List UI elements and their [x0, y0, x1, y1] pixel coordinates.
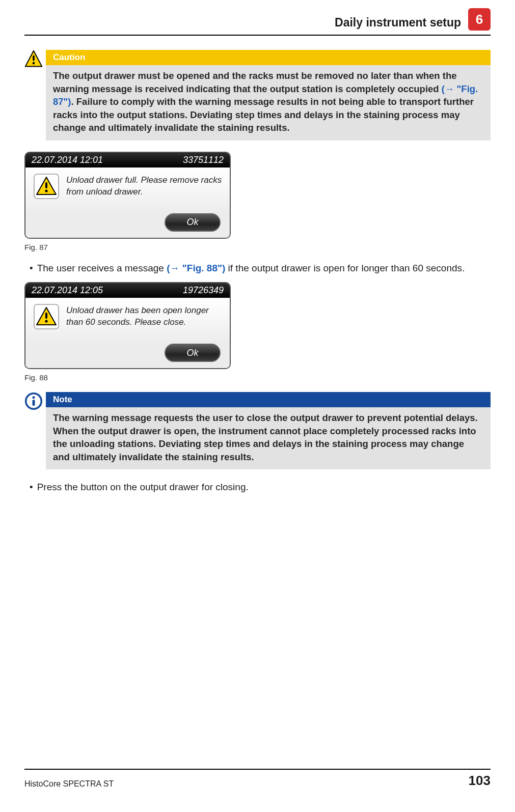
caution-body: The output drawer must be opened and the…	[46, 65, 491, 141]
note-icon	[24, 392, 46, 412]
dialog87-timestamp: 22.07.2014 12:01	[32, 155, 103, 165]
caution-icon	[24, 50, 46, 68]
dialog87-message: Unload drawer full. Please remove racks …	[66, 174, 223, 208]
dialog88-code: 19726349	[183, 285, 224, 296]
caution-box: Caution The output drawer must be opened…	[24, 50, 491, 141]
bullet-msg-60s: The user receives a message (→ "Fig. 88"…	[30, 262, 491, 275]
section-title: Daily instrument setup	[335, 16, 461, 30]
bullet-press-button: Press the button on the output drawer fo…	[30, 481, 491, 494]
bullet1-post: if the output drawer is open for longer …	[225, 263, 465, 273]
dialog88-timestamp: 22.07.2014 12:05	[32, 285, 103, 296]
dialog88-titlebar: 22.07.2014 12:05 19726349	[25, 283, 230, 298]
svg-rect-13	[32, 400, 35, 406]
svg-point-6	[45, 189, 47, 192]
svg-rect-5	[45, 182, 47, 188]
caution-text-post: . Failure to comply with the warning mes…	[53, 96, 474, 133]
caution-text-pre: The output drawer must be opened and the…	[53, 70, 457, 94]
warning-icon	[33, 174, 60, 208]
note-body: The warning message requests the user to…	[46, 407, 491, 469]
note-title: Note	[46, 392, 491, 407]
fig87-caption: Fig. 87	[24, 243, 491, 251]
page-number: 103	[469, 773, 491, 789]
warning-icon	[33, 304, 60, 339]
note-box: Note The warning message requests the us…	[24, 392, 491, 469]
svg-rect-9	[45, 313, 47, 319]
fig88-caption: Fig. 88	[24, 373, 491, 382]
page-header: Daily instrument setup 6	[24, 14, 491, 36]
svg-point-12	[32, 396, 35, 399]
page-footer: HistoCore SPECTRA ST 103	[24, 769, 491, 789]
dialog88-ok-button[interactable]: Ok	[165, 344, 221, 362]
svg-point-10	[45, 320, 47, 323]
svg-rect-1	[33, 55, 35, 61]
chapter-badge: 6	[468, 8, 491, 31]
bullet1-pre: The user receives a message	[37, 263, 167, 273]
dialog-fig87: 22.07.2014 12:01 33751112 Unload drawer …	[24, 152, 231, 239]
caution-title: Caution	[46, 50, 491, 65]
dialog88-message: Unload drawer has been open longer than …	[66, 304, 223, 339]
bullet2-text: Press the button on the output drawer fo…	[37, 481, 249, 494]
dialog87-code: 33751112	[183, 155, 224, 165]
svg-point-2	[33, 62, 35, 65]
fig88-ref[interactable]: (→ "Fig. 88")	[167, 263, 225, 273]
dialog-fig88: 22.07.2014 12:05 19726349 Unload drawer …	[24, 282, 231, 369]
dialog87-titlebar: 22.07.2014 12:01 33751112	[25, 153, 230, 167]
dialog87-ok-button[interactable]: Ok	[165, 213, 221, 232]
product-name: HistoCore SPECTRA ST	[24, 779, 114, 789]
